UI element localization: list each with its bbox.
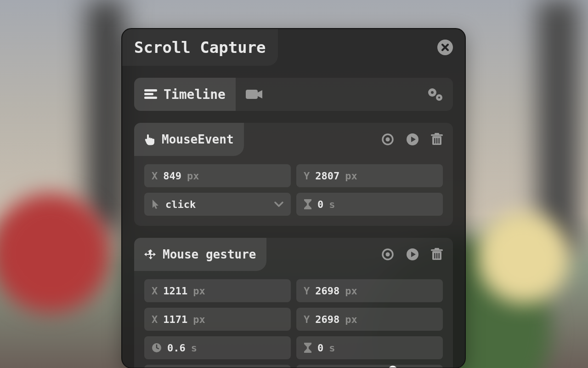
delete-button[interactable] (431, 133, 443, 146)
window-title: Scroll Capture (134, 38, 266, 57)
duration-value: 0.6 (167, 342, 186, 354)
px-unit: px (193, 285, 205, 297)
action-value: click (165, 199, 196, 210)
svg-rect-16 (438, 138, 440, 144)
delay-value: 0 (317, 199, 323, 210)
svg-rect-2 (144, 97, 157, 99)
svg-rect-25 (438, 253, 440, 259)
x-label: X (152, 170, 158, 182)
event-card-title-tab: MouseEvent (134, 123, 244, 156)
svg-rect-24 (436, 253, 438, 259)
px-unit: px (345, 170, 357, 182)
event-card-body: X 1211 px Y 2698 px X 1171 px Y 2698 (134, 271, 453, 368)
event-card-actions (381, 248, 443, 261)
svg-rect-14 (434, 138, 435, 144)
path-display[interactable]: 2 (296, 365, 443, 368)
svg-rect-22 (435, 248, 439, 250)
toolbar: Timeline (134, 78, 453, 111)
move-icon (144, 248, 156, 260)
delay-value: 0 (317, 342, 323, 354)
tab-record[interactable] (236, 78, 272, 111)
scroll-capture-panel: Scroll Capture Timeline (121, 28, 466, 368)
hand-pointer-icon (144, 133, 155, 145)
y-field[interactable]: Y 2807 px (296, 164, 443, 187)
hourglass-icon (304, 199, 312, 209)
path-badge: 2 (388, 366, 397, 368)
event-card-actions (381, 133, 443, 146)
s-unit: s (329, 342, 335, 354)
x1-field[interactable]: X 1211 px (144, 279, 291, 302)
settings-button[interactable] (427, 87, 443, 101)
px-unit: px (345, 314, 357, 325)
y-value: 2807 (315, 170, 339, 182)
event-card-title: Mouse gesture (163, 247, 256, 261)
x-label: X (152, 314, 158, 325)
svg-rect-23 (434, 253, 435, 259)
play-icon (406, 133, 419, 146)
event-card-body: X 849 px Y 2807 px click (134, 156, 453, 226)
target-icon (381, 248, 394, 261)
s-unit: s (191, 342, 197, 354)
chevron-down-icon (274, 201, 283, 207)
event-card-mouseevent: MouseEvent X 849 (134, 123, 453, 226)
list-icon (144, 88, 157, 100)
delay-field[interactable]: 0 s (296, 193, 443, 216)
event-card-mousegesture: Mouse gesture X 1211 (134, 238, 453, 368)
trash-icon (431, 248, 443, 261)
play-icon (406, 248, 419, 261)
y2-field[interactable]: Y 2698 px (296, 308, 443, 331)
duration-field[interactable]: 0.6 s (144, 336, 291, 359)
y2-value: 2698 (315, 314, 339, 325)
gear-icon (427, 87, 443, 101)
close-icon (441, 44, 449, 51)
y-label: Y (304, 285, 310, 297)
target-button[interactable] (381, 248, 394, 261)
titlebar: Scroll Capture (122, 29, 465, 66)
svg-rect-15 (436, 138, 438, 144)
play-button[interactable] (406, 133, 419, 146)
px-unit: px (193, 314, 205, 325)
svg-rect-1 (144, 93, 153, 95)
play-button[interactable] (406, 248, 419, 261)
target-button[interactable] (381, 133, 394, 146)
svg-rect-3 (246, 90, 258, 99)
svg-point-9 (386, 138, 390, 142)
tab-timeline-label: Timeline (164, 87, 226, 102)
y1-field[interactable]: Y 2698 px (296, 279, 443, 302)
tab-timeline[interactable]: Timeline (134, 78, 236, 111)
svg-rect-13 (435, 133, 439, 135)
x2-value: 1171 (163, 314, 187, 325)
easing-select[interactable]: quad.easeInOut (144, 365, 291, 368)
x-value: 849 (163, 170, 181, 182)
event-card-title: MouseEvent (162, 132, 234, 146)
svg-point-5 (431, 91, 434, 94)
title-tab: Scroll Capture (122, 29, 278, 66)
action-select[interactable]: click (144, 193, 291, 216)
cursor-icon (152, 199, 160, 209)
svg-point-18 (386, 253, 390, 257)
event-card-title-tab: Mouse gesture (134, 238, 266, 271)
s-unit: s (329, 199, 335, 210)
target-icon (381, 133, 394, 146)
delete-button[interactable] (431, 248, 443, 261)
hourglass-icon (304, 343, 312, 353)
camera-icon (246, 89, 262, 100)
x-field[interactable]: X 849 px (144, 164, 291, 187)
px-unit: px (345, 285, 357, 297)
delay-field[interactable]: 0 s (296, 336, 443, 359)
svg-point-7 (438, 97, 441, 99)
event-card-header: Mouse gesture (134, 238, 453, 271)
close-button[interactable] (437, 40, 453, 55)
x1-value: 1211 (163, 285, 187, 297)
trash-icon (431, 133, 443, 146)
clock-icon (152, 343, 162, 353)
y1-value: 2698 (315, 285, 339, 297)
y-label: Y (304, 170, 310, 182)
svg-rect-0 (144, 89, 157, 92)
px-unit: px (187, 170, 199, 182)
x2-field[interactable]: X 1171 px (144, 308, 291, 331)
x-label: X (152, 285, 158, 297)
y-label: Y (304, 314, 310, 325)
event-card-header: MouseEvent (134, 123, 453, 156)
panel-body: Timeline MouseEvent (122, 66, 465, 368)
